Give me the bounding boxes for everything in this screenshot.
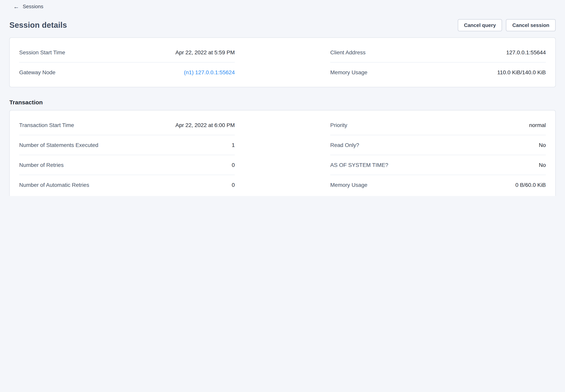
summary-row-number-of-retries: Number of Retries0 <box>19 155 235 175</box>
session-details-page: ← Sessions Session details Cancel query … <box>0 0 565 196</box>
summary-row-as-of-system-time: AS OF SYSTEM TIME?No <box>330 155 546 175</box>
session-summary-right-column: Client Address127.0.0.1:55644Memory Usag… <box>330 42 546 82</box>
client-address-value: 127.0.0.1:55644 <box>506 49 546 56</box>
statements-executed-value: 1 <box>232 142 235 148</box>
transaction-memory-usage-value: 0 B/60.0 KiB <box>515 182 546 188</box>
automatic-retries-value: 0 <box>232 182 235 188</box>
transaction-summary-card: Transaction Start TimeApr 22, 2022 at 6:… <box>9 110 556 196</box>
summary-row-client-address: Client Address127.0.0.1:55644 <box>330 42 546 63</box>
header-actions: Cancel query Cancel session <box>458 19 556 31</box>
statements-executed-label: Number of Statements Executed <box>19 142 98 148</box>
back-label: Sessions <box>23 3 44 9</box>
summary-row-transaction-start-time: Transaction Start TimeApr 22, 2022 at 6:… <box>19 115 235 135</box>
cancel-query-button[interactable]: Cancel query <box>458 19 502 31</box>
session-start-time-label: Session Start Time <box>19 49 65 56</box>
summary-row-automatic-retries: Number of Automatic Retries0 <box>19 175 235 195</box>
summary-row-transaction-memory-usage: Memory Usage0 B/60.0 KiB <box>330 175 546 195</box>
summary-row-read-only: Read Only?No <box>330 135 546 155</box>
session-start-time-value: Apr 22, 2022 at 5:59 PM <box>175 49 235 56</box>
session-memory-usage-label: Memory Usage <box>330 69 367 75</box>
page-content: ← Sessions Session details Cancel query … <box>0 0 565 196</box>
back-arrow-icon: ← <box>13 3 19 9</box>
session-summary-left-column: Session Start TimeApr 22, 2022 at 5:59 P… <box>19 42 235 82</box>
summary-row-priority: Prioritynormal <box>330 115 546 135</box>
read-only-label: Read Only? <box>330 142 359 148</box>
gateway-node-link[interactable]: (n1) 127.0.0.1:55624 <box>184 69 235 75</box>
number-of-retries-value: 0 <box>232 162 235 168</box>
priority-label: Priority <box>330 122 347 128</box>
transaction-left-column: Transaction Start TimeApr 22, 2022 at 6:… <box>19 115 235 195</box>
cancel-session-button[interactable]: Cancel session <box>506 19 556 31</box>
number-of-retries-label: Number of Retries <box>19 162 64 168</box>
session-summary-card: Session Start TimeApr 22, 2022 at 5:59 P… <box>9 38 556 87</box>
transaction-section-heading: Transaction <box>9 99 556 106</box>
page-title: Session details <box>9 21 67 29</box>
as-of-system-time-value: No <box>539 162 546 168</box>
read-only-value: No <box>539 142 546 148</box>
session-memory-usage-value: 110.0 KiB/140.0 KiB <box>497 69 546 75</box>
transaction-start-time-value: Apr 22, 2022 at 6:00 PM <box>175 122 235 128</box>
summary-row-session-start-time: Session Start TimeApr 22, 2022 at 5:59 P… <box>19 42 235 63</box>
summary-row-statements-executed: Number of Statements Executed1 <box>19 135 235 155</box>
gateway-node-label: Gateway Node <box>19 69 55 75</box>
automatic-retries-label: Number of Automatic Retries <box>19 182 89 188</box>
priority-value: normal <box>529 122 546 128</box>
as-of-system-time-label: AS OF SYSTEM TIME? <box>330 162 388 168</box>
summary-row-gateway-node: Gateway Node(n1) 127.0.0.1:55624 <box>19 63 235 82</box>
transaction-right-column: PrioritynormalRead Only?NoAS OF SYSTEM T… <box>330 115 546 195</box>
client-address-label: Client Address <box>330 49 366 56</box>
page-header: Session details Cancel query Cancel sess… <box>9 19 556 31</box>
summary-row-session-memory-usage: Memory Usage110.0 KiB/140.0 KiB <box>330 63 546 82</box>
back-to-sessions-link[interactable]: ← Sessions <box>13 3 44 9</box>
transaction-start-time-label: Transaction Start Time <box>19 122 74 128</box>
transaction-memory-usage-label: Memory Usage <box>330 182 367 188</box>
